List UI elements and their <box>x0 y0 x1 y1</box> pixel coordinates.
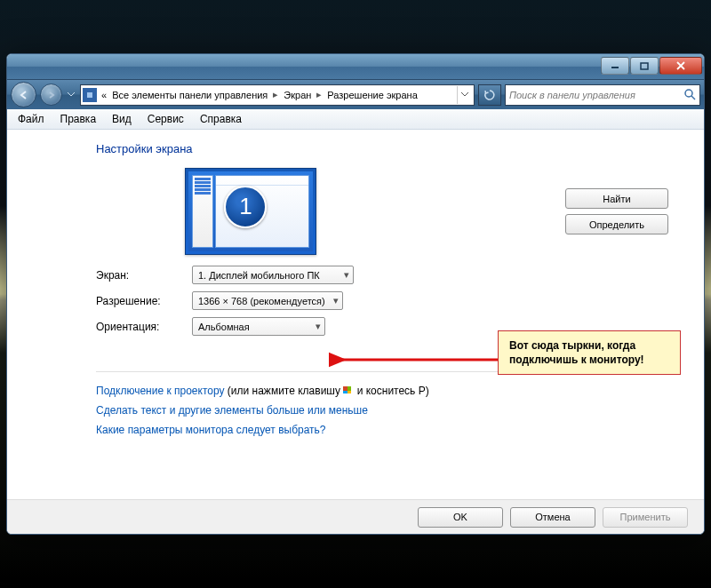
nav-back-button[interactable] <box>11 82 36 107</box>
explorer-nav-bar: « Все элементы панели управления ▸ Экран… <box>7 79 704 109</box>
arrow-right-icon <box>47 91 56 99</box>
windows-key-icon <box>343 386 354 397</box>
content-area: Настройки экрана 1 Найти Определить Экра… <box>7 130 704 499</box>
chevron-down-icon: ▾ <box>333 295 339 306</box>
breadcrumb-seg-all-items[interactable]: Все элементы панели управления <box>109 90 270 100</box>
menu-help[interactable]: Справка <box>193 111 249 127</box>
maximize-button[interactable] <box>630 57 659 75</box>
chevron-down-icon <box>68 92 75 97</box>
menu-view[interactable]: Вид <box>105 111 139 127</box>
screen-value: 1. Дисплей мобильного ПК <box>198 270 320 281</box>
text-size-link[interactable]: Сделать текст и другие элементы больше и… <box>96 404 368 417</box>
control-panel-icon <box>83 88 97 102</box>
minimize-icon <box>611 62 619 69</box>
svg-rect-1 <box>641 63 648 69</box>
resolution-label: Разрешение: <box>96 295 192 307</box>
nav-history-dropdown[interactable] <box>66 85 76 105</box>
maximize-icon <box>640 62 649 70</box>
menu-tools[interactable]: Сервис <box>140 111 191 127</box>
search-placeholder: Поиск в панели управления <box>509 90 635 100</box>
menu-bar: Файл Правка Вид Сервис Справка <box>7 109 704 130</box>
projector-link[interactable]: Подключение к проектору <box>96 385 225 397</box>
find-button[interactable]: Найти <box>565 188 668 209</box>
chevron-down-icon: ▾ <box>316 321 321 332</box>
page-title: Настройки экрана <box>96 142 668 155</box>
svg-rect-3 <box>87 92 92 98</box>
projector-hint-pre: (или нажмите клавишу <box>225 385 344 397</box>
minimize-button[interactable] <box>601 57 629 75</box>
orientation-select[interactable]: Альбомная ▾ <box>192 317 325 336</box>
menu-edit[interactable]: Правка <box>53 111 104 127</box>
address-bar[interactable]: « Все элементы панели управления ▸ Экран… <box>80 84 475 106</box>
window-titlebar <box>7 54 704 79</box>
chevron-down-icon <box>461 92 468 97</box>
chevron-right-icon[interactable]: ▸ <box>270 89 281 100</box>
breadcrumb-seg-resolution[interactable]: Разрешение экрана <box>324 90 419 100</box>
detect-button[interactable]: Определить <box>565 214 668 234</box>
callout-arrow <box>329 346 507 373</box>
search-icon[interactable] <box>683 88 696 102</box>
desktop-background: « Все элементы панели управления ▸ Экран… <box>0 0 711 588</box>
nav-forward-button[interactable] <box>40 83 62 106</box>
cancel-button[interactable]: Отмена <box>510 507 595 528</box>
screen-select[interactable]: 1. Дисплей мобильного ПК ▾ <box>192 266 354 284</box>
orientation-label: Ориентация: <box>96 321 192 333</box>
refresh-button[interactable] <box>478 84 501 106</box>
search-box[interactable]: Поиск в панели управления <box>505 84 700 106</box>
projector-hint-post: и коснитесь P) <box>354 385 428 397</box>
svg-rect-0 <box>611 67 619 68</box>
monitor-number-badge: 1 <box>224 186 267 228</box>
chevron-right-icon[interactable]: ▸ <box>314 89 324 100</box>
callout-box: Вот сюда тыркни, когда подключишь к мони… <box>498 330 681 375</box>
monitor-preview[interactable]: 1 <box>185 168 316 255</box>
svg-point-4 <box>685 90 692 97</box>
apply-button[interactable]: Применить <box>603 507 688 528</box>
breadcrumb-prefix[interactable]: « <box>99 90 109 100</box>
close-button[interactable] <box>659 57 702 75</box>
resolution-select[interactable]: 1366 × 768 (рекомендуется) ▾ <box>192 291 343 310</box>
breadcrumb-seg-display[interactable]: Экран <box>281 90 314 100</box>
chevron-down-icon: ▾ <box>344 269 349 281</box>
dialog-button-bar: OK Отмена Применить <box>7 499 704 534</box>
menu-file[interactable]: Файл <box>11 111 52 127</box>
ok-button[interactable]: OK <box>418 507 503 528</box>
close-icon <box>676 61 685 70</box>
window: « Все элементы панели управления ▸ Экран… <box>6 53 705 535</box>
callout-line1: Вот сюда тыркни, когда <box>509 338 669 353</box>
orientation-value: Альбомная <box>198 322 250 332</box>
refresh-icon <box>483 89 496 101</box>
monitor-preview-row: 1 Найти Определить <box>96 168 668 255</box>
screen-label: Экран: <box>96 269 192 282</box>
arrow-left-icon <box>19 90 29 100</box>
callout-line2: подключишь к монитору! <box>509 353 669 367</box>
address-dropdown[interactable] <box>457 86 472 104</box>
svg-line-5 <box>691 96 695 99</box>
which-monitor-link[interactable]: Какие параметры монитора следует выбрать… <box>96 424 326 436</box>
resolution-value: 1366 × 768 (рекомендуется) <box>198 296 325 306</box>
